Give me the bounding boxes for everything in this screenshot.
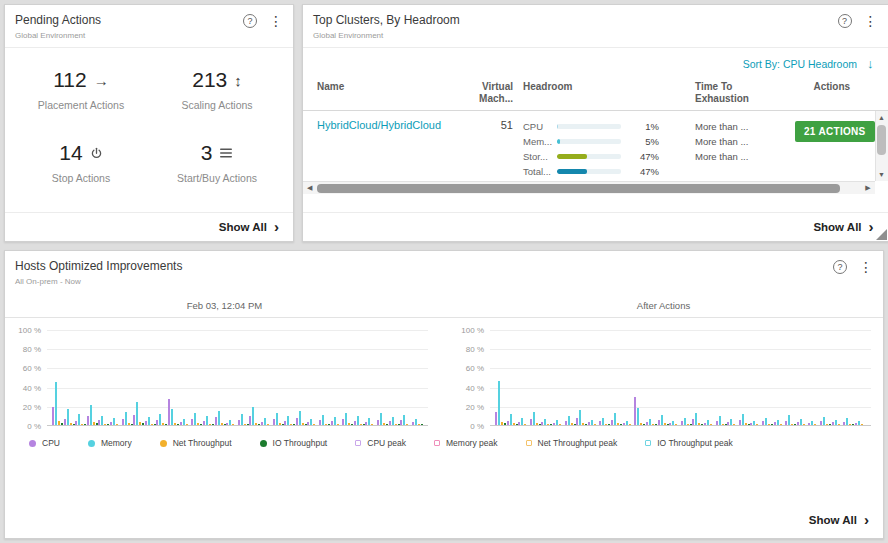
bar-net-throughput [756,424,758,425]
bar-group [808,421,819,425]
pending-show-all-button[interactable]: Show All › [5,212,293,241]
horizontal-scrollbar-thumb[interactable] [317,184,840,193]
column-header-time-to-exhaustion[interactable]: Time To Exhaustion [695,77,795,110]
bar-group [855,421,866,425]
legend-item-io-throughput-peak[interactable]: IO Throughput peak [645,438,732,448]
hosts-show-all-button[interactable]: Show All › [5,506,883,538]
bar-cpu [692,419,694,425]
bar-net-throughput [791,424,793,425]
headroom-label: Stor... [523,151,557,162]
bar-net-throughput [151,424,153,425]
bar-net-throughput [418,424,420,425]
panel-subtitle: Global Environment [313,31,878,40]
bar-group [203,416,214,425]
bar-memory [556,420,558,425]
sort-by-dropdown[interactable]: Sort By: CPU Headroom [743,58,857,70]
plot-area [490,330,871,426]
bar-cpu [611,420,613,425]
chevron-right-icon: › [869,221,874,233]
y-axis-label: 40 % [23,384,41,393]
bar-net-throughput [687,424,689,425]
pending-tile-stop-actions[interactable]: 14Stop Actions [13,141,149,184]
bar-memory [811,421,813,425]
legend-label: Memory [101,438,132,448]
horizontal-scrollbar-track[interactable] [316,184,861,193]
cluster-name-link[interactable]: HybridCloud/HybridCloud [317,119,467,179]
bar-net-throughput [139,422,141,425]
kebab-menu-icon[interactable]: ⋮ [269,14,283,28]
legend-item-cpu[interactable]: CPU [29,438,60,448]
bar-net-throughput [536,423,538,425]
scroll-left-icon[interactable]: ◀ [303,184,316,192]
bar-memory [67,409,69,425]
bar-net-throughput [383,423,385,425]
exhaustion-text: More than ... [695,149,795,164]
legend-item-net-throughput[interactable]: Net Throughput [160,438,232,448]
bar-net-throughput [221,423,223,425]
pending-tile-placement-actions[interactable]: 112→Placement Actions [13,68,149,111]
table-row[interactable]: HybridCloud/HybridCloud 51 CPU1%Mem...5%… [303,111,875,181]
y-axis-label: 20 % [466,403,484,412]
bar-cpu [87,416,89,425]
bar-group [704,420,715,425]
y-axis-label: 0 % [470,422,484,431]
resize-grip[interactable] [876,229,887,240]
column-header-virtual-machines[interactable]: Virtual Mach... [467,77,523,110]
bar-memory [846,418,848,425]
bar-memory [521,418,523,425]
vertical-scrollbar[interactable]: ▲ ▼ [875,111,888,181]
legend-item-memory[interactable]: Memory [88,438,132,448]
bar-cpu [180,422,182,425]
bar-net-throughput [395,424,397,425]
horizontal-scrollbar[interactable]: ◀ ▶ [303,181,875,194]
bar-group [495,381,506,425]
show-all-label: Show All [809,514,857,526]
bar-cpu [565,421,567,425]
bar-group [750,421,761,425]
column-header-headroom[interactable]: Headroom [523,77,695,110]
bar-net-throughput [128,423,130,425]
bar-cpu [226,423,228,425]
bar-memory [753,421,755,425]
bar-cpu [518,422,520,425]
headroom-percent: 47% [629,151,659,162]
bar-group [180,419,191,425]
help-icon[interactable]: ? [838,14,852,28]
scroll-up-icon[interactable]: ▲ [878,111,885,124]
kebab-menu-icon[interactable]: ⋮ [859,260,873,274]
legend-item-cpu-peak[interactable]: CPU peak [355,438,406,448]
vertical-scrollbar-thumb[interactable] [877,125,886,155]
panel-title: Hosts Optimized Improvements [15,259,873,273]
legend-dot-net-throughput-icon [160,440,167,447]
bar-cpu [832,422,834,425]
clusters-show-all-button[interactable]: Show All › [303,212,888,241]
bar-cpu [98,420,100,425]
bar-group [412,419,423,425]
scroll-right-icon[interactable]: ▶ [861,184,874,192]
pending-tile-scaling-actions[interactable]: 213↕Scaling Actions [149,68,285,111]
bar-group [832,420,843,425]
bar-cpu [507,421,509,425]
bar-net-throughput [174,423,176,425]
cluster-actions-button[interactable]: 21 ACTIONS [795,121,875,142]
legend-item-memory-peak[interactable]: Memory peak [434,438,498,448]
help-icon[interactable]: ? [243,14,257,28]
bar-memory [800,419,802,425]
bar-group [354,416,365,425]
bar-net-throughput [267,424,269,425]
column-header-name[interactable]: Name [317,77,467,110]
server-stack-icon [219,147,233,159]
legend-item-io-throughput[interactable]: IO Throughput [260,438,328,448]
bar-net-throughput [337,424,339,425]
bar-cpu [785,421,787,425]
bar-net-throughput [571,423,573,425]
bar-memory [591,420,593,425]
legend-item-net-throughput-peak[interactable]: Net Throughput peak [526,438,618,448]
pending-tile-start-buy-actions[interactable]: 3Start/Buy Actions [149,141,285,184]
scroll-down-icon[interactable]: ▼ [878,168,885,181]
column-header-actions[interactable]: Actions [795,77,875,110]
sort-direction-down-icon[interactable]: ↓ [867,56,874,71]
bar-net-throughput [406,424,408,425]
kebab-menu-icon[interactable]: ⋮ [864,14,878,28]
help-icon[interactable]: ? [833,260,847,274]
